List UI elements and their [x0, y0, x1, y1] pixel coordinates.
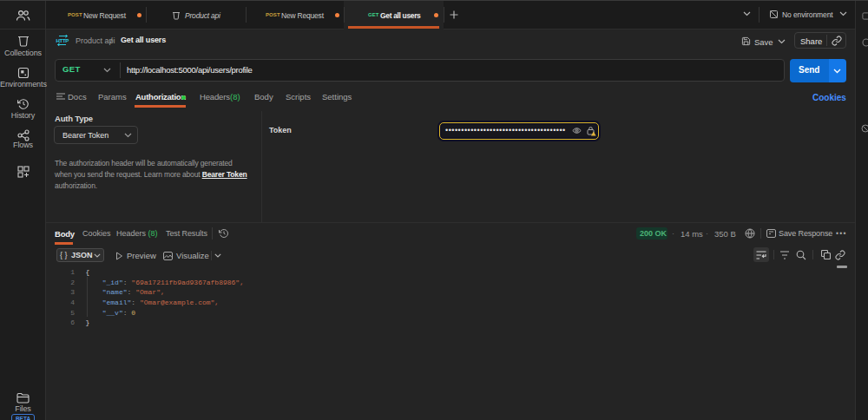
svg-text:HTTP: HTTP — [56, 38, 69, 43]
